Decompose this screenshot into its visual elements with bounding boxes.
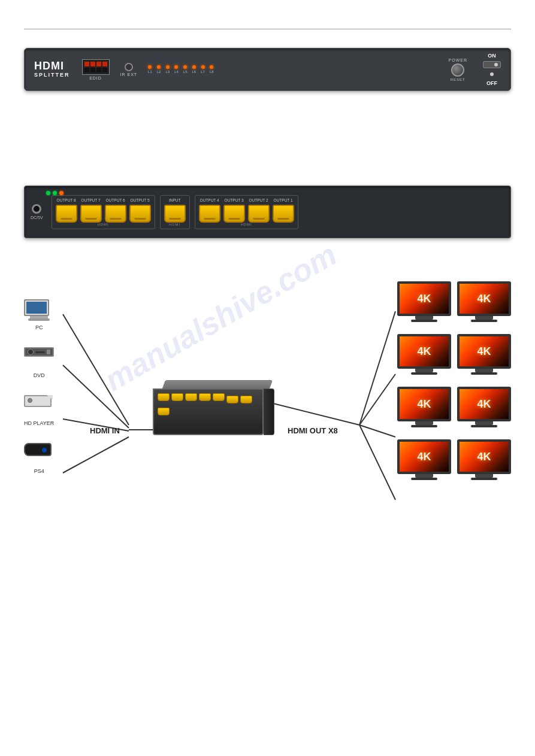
- tv-base-5: [411, 425, 437, 427]
- tv-6: 4K: [457, 387, 511, 427]
- tv-8: 4K: [457, 439, 511, 480]
- tv-base-1: [411, 320, 437, 322]
- tv-screen-4: 4K: [457, 334, 511, 369]
- svg-line-1: [63, 365, 129, 428]
- source-devices: PC DVD: [24, 299, 54, 491]
- toggle-indicator: [490, 72, 494, 76]
- dc-section: DC/5V: [31, 204, 43, 220]
- tv-base-8: [471, 478, 497, 480]
- tv-screen-8: 4K: [457, 439, 511, 474]
- svg-line-6: [359, 311, 395, 425]
- output-7-port: [80, 205, 102, 223]
- output-1-block: OUTPUT 1: [273, 198, 294, 223]
- tv-4k-badge-3: 4K: [417, 345, 431, 358]
- dip-2-3: [96, 68, 101, 72]
- tv-4: 4K: [457, 334, 511, 375]
- front-panel: HDMI SPLITTER EDID IR EXT: [24, 48, 511, 91]
- output-4-block: OUTPUT 4: [199, 198, 220, 223]
- tv-1: 4K: [397, 281, 451, 322]
- reset-label: RESET: [451, 78, 466, 81]
- back-panel: DC/5V OUTPUT 8 OUTPUT 7 OUTPUT 6 OUTPUT …: [24, 186, 511, 238]
- ps4-label: PS4: [34, 468, 44, 474]
- power-knob[interactable]: [451, 63, 464, 77]
- svg-line-8: [359, 425, 395, 437]
- tv-base-7: [411, 478, 437, 480]
- led-dot-l6: [192, 65, 196, 69]
- toggle-bar: [483, 61, 501, 68]
- tv-content-4: 4K: [460, 336, 509, 366]
- tv-2: 4K: [457, 281, 511, 322]
- tv-base-3: [411, 372, 437, 375]
- output-tvs: 4K 4K 4K: [397, 281, 511, 480]
- dip-1-2: [90, 62, 95, 66]
- dip-2-2: [90, 68, 95, 72]
- led-l6: L6: [192, 65, 197, 74]
- input-block: INPUT: [164, 198, 186, 223]
- led-dot-l4: [174, 65, 178, 69]
- hdmi-label-right: HDMI: [240, 223, 252, 226]
- toggle-switch[interactable]: [483, 61, 501, 68]
- led-dot-l5: [183, 65, 187, 69]
- output-8-block: OUTPUT 8: [56, 198, 77, 223]
- splitter-device: [153, 380, 273, 446]
- power-section: POWER RESET: [449, 58, 467, 81]
- tv-content-7: 4K: [400, 442, 449, 472]
- back-panel-leds: [46, 191, 64, 195]
- dip-2-1: [84, 68, 89, 72]
- output-6-port: [105, 205, 126, 223]
- output-5-label: OUTPUT 5: [131, 198, 150, 202]
- brand-hdmi-text: HDMI: [34, 60, 70, 71]
- output-7-label: OUTPUT 7: [81, 198, 101, 202]
- tv-base-2: [471, 320, 497, 322]
- input-label: INPUT: [169, 198, 181, 202]
- dip-1-1: [84, 62, 89, 66]
- ir-ext-section: IR EXT: [120, 63, 138, 77]
- input-port-row: INPUT: [164, 198, 186, 223]
- led-l3: L3: [165, 65, 170, 74]
- toggle-labels: ON: [488, 53, 496, 59]
- dvd-icon: [24, 347, 54, 370]
- off-label: OFF: [486, 80, 497, 86]
- device-dvd: DVD: [24, 347, 54, 378]
- output-2-port: [248, 205, 270, 223]
- tv-4k-badge-4: 4K: [477, 345, 491, 358]
- input-group: INPUT HDMI: [160, 195, 190, 229]
- hd-player-label: HD PLAYER: [24, 420, 54, 426]
- output-group-1-4: OUTPUT 4 OUTPUT 3 OUTPUT 2 OUTPUT 1 HDMI: [195, 195, 298, 229]
- pc-label: PC: [35, 324, 43, 330]
- power-label: POWER: [449, 58, 467, 62]
- hdmi-in-label: HDMI IN: [90, 426, 120, 435]
- led-l2: L2: [157, 65, 161, 74]
- tv-4k-badge-1: 4K: [417, 293, 431, 305]
- output-7-block: OUTPUT 7: [80, 198, 102, 223]
- tv-content-6: 4K: [460, 389, 509, 419]
- hd-player-icon: [24, 395, 54, 418]
- dvd-label: DVD: [34, 372, 45, 378]
- led-dot-l7: [201, 65, 205, 69]
- tv-4k-badge-7: 4K: [417, 451, 431, 463]
- input-port: [164, 205, 186, 223]
- led-l5: L5: [183, 65, 188, 74]
- output-ports-1-4: OUTPUT 4 OUTPUT 3 OUTPUT 2 OUTPUT 1: [199, 198, 294, 223]
- svg-line-5: [264, 401, 359, 425]
- hdmi-out-label: HDMI OUT X8: [288, 426, 338, 435]
- output-3-label: OUTPUT 3: [225, 198, 244, 202]
- edid-section: EDID: [82, 59, 110, 80]
- tv-screen-7: 4K: [397, 439, 451, 474]
- device-ps4: PS4: [24, 443, 54, 474]
- tv-screen-5: 4K: [397, 387, 451, 421]
- device-pc: PC: [24, 299, 54, 330]
- tv-content-8: 4K: [460, 442, 509, 472]
- output-2-block: OUTPUT 2: [248, 198, 270, 223]
- output-5-block: OUTPUT 5: [129, 198, 151, 223]
- toggle-dot: [494, 63, 498, 66]
- tv-content-3: 4K: [400, 336, 449, 366]
- pc-icon: [24, 299, 54, 322]
- output-4-port: [199, 205, 220, 223]
- hdmi-label-input: HDMI: [169, 223, 180, 226]
- ir-ext-port: [125, 63, 133, 71]
- dc-label: DC/5V: [31, 215, 43, 220]
- tv-base-4: [471, 372, 497, 375]
- led-l7: L7: [201, 65, 205, 74]
- tv-screen-2: 4K: [457, 281, 511, 316]
